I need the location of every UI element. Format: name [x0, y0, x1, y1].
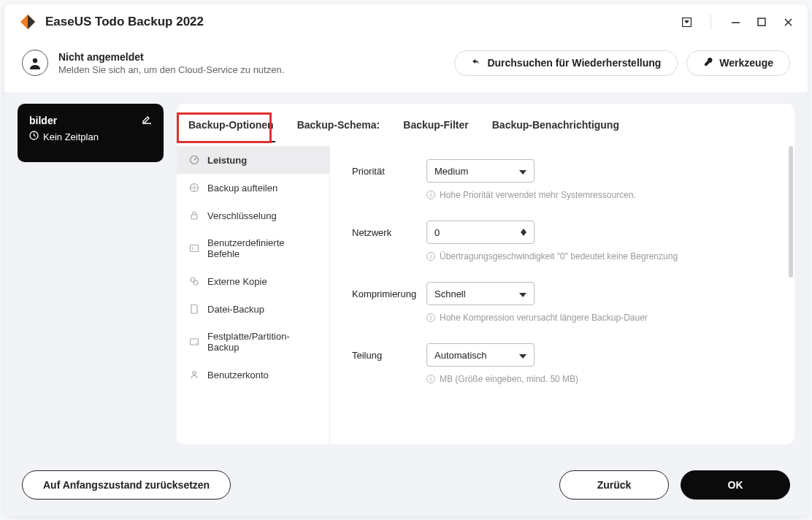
titlebar-separator — [710, 15, 711, 29]
footer: Auf Anfangszustand zurücksetzen Zurück O… — [4, 457, 808, 516]
app-title: EaseUS Todo Backup 2022 — [45, 15, 681, 29]
compression-label: Komprimierung — [352, 288, 426, 299]
svg-marker-3 — [684, 20, 689, 23]
side-item-performance[interactable]: Leistung — [177, 146, 329, 174]
reset-button[interactable]: Auf Anfangszustand zurücksetzen — [22, 470, 231, 500]
task-schedule-text: Kein Zeitplan — [43, 131, 99, 142]
chevron-down-icon — [519, 166, 526, 177]
svg-marker-21 — [521, 232, 526, 236]
tab-backup-options[interactable]: Backup-Optionen — [187, 117, 275, 142]
wrench-icon — [703, 57, 713, 69]
svg-point-17 — [196, 343, 197, 344]
avatar[interactable] — [22, 50, 48, 76]
app-logo-icon — [19, 13, 37, 31]
side-item-custom-commands[interactable]: Benutzerdefinierte Befehle — [177, 229, 329, 267]
splitting-label: Teilung — [352, 350, 426, 361]
file-icon — [188, 303, 200, 315]
svg-rect-12 — [191, 215, 197, 219]
info-icon: i — [426, 191, 435, 199]
compression-dropdown[interactable]: Schnell — [426, 282, 535, 305]
side-item-user-account[interactable]: Benutzerkonto — [177, 361, 329, 389]
link-icon — [188, 275, 200, 287]
svg-rect-16 — [191, 339, 199, 345]
scrollbar-thumb[interactable] — [789, 146, 793, 278]
priority-hint: i Hohe Priorität verwendet mehr Systemre… — [426, 190, 773, 200]
tabs-bar: Backup-Optionen Backup-Schema: Backup-Fi… — [177, 104, 794, 143]
undo-icon — [471, 57, 481, 69]
splitting-dropdown[interactable]: Automatisch — [426, 343, 535, 367]
disk-icon — [188, 336, 200, 348]
backup-task-card[interactable]: bilder Kein Zeitplan — [18, 104, 164, 162]
form-area: Priorität Medium i Hohe Priorität verwen… — [330, 143, 794, 444]
chevron-down-icon — [519, 350, 526, 361]
maximize-icon[interactable] — [757, 17, 767, 27]
chevron-down-icon — [519, 288, 526, 299]
priority-dropdown[interactable]: Medium — [426, 159, 535, 183]
split-icon — [188, 182, 200, 194]
gauge-icon — [188, 154, 200, 166]
user-hint: Melden Sie sich an, um den Cloud-Service… — [58, 64, 445, 75]
svg-point-8 — [33, 58, 37, 63]
side-item-offsite-copy[interactable]: Externe Kopie — [177, 267, 329, 295]
tab-backup-schema[interactable]: Backup-Schema: — [296, 117, 382, 142]
side-item-split[interactable]: Backup aufteilen — [177, 174, 329, 202]
info-icon: i — [426, 313, 435, 322]
user-status: Nicht angemeldet — [58, 51, 445, 63]
compression-hint: i Hohe Kompression verursacht längere Ba… — [426, 313, 773, 323]
close-icon[interactable] — [783, 17, 793, 27]
info-icon: i — [426, 375, 435, 383]
svg-marker-22 — [519, 293, 526, 297]
minimize-icon[interactable] — [730, 17, 740, 27]
network-label: Netzwerk — [352, 227, 426, 238]
svg-point-15 — [194, 280, 198, 285]
side-item-disk-backup[interactable]: Festplatte/Partition-Backup — [177, 323, 329, 361]
svg-marker-1 — [28, 15, 35, 29]
svg-point-18 — [193, 372, 196, 375]
svg-rect-13 — [191, 245, 199, 252]
main-panel: Backup-Optionen Backup-Schema: Backup-Fi… — [177, 104, 794, 444]
svg-marker-19 — [519, 170, 526, 175]
network-hint: i Übertragungsgeschwindigkeit "0" bedeut… — [426, 251, 773, 261]
clock-icon — [29, 131, 39, 142]
options-side-list: Leistung Backup aufteilen Verschlüsselun… — [177, 143, 330, 444]
back-button[interactable]: Zurück — [559, 470, 669, 500]
side-item-file-backup[interactable]: Datei-Backup — [177, 295, 329, 323]
priority-label: Priorität — [352, 166, 426, 177]
spinner-icon — [521, 229, 526, 236]
svg-marker-23 — [519, 354, 526, 359]
network-spinner[interactable]: 0 — [426, 221, 535, 244]
side-item-encryption[interactable]: Verschlüsselung — [177, 202, 329, 229]
task-name: bilder — [29, 115, 57, 126]
edit-icon[interactable] — [142, 114, 152, 126]
titlebar: EaseUS Todo Backup 2022 — [4, 4, 808, 39]
user-icon — [188, 369, 200, 381]
tools-button[interactable]: Werkzeuge — [686, 50, 790, 76]
header-row: Nicht angemeldet Melden Sie sich an, um … — [4, 39, 808, 92]
lock-icon — [188, 210, 200, 221]
overflow-menu-icon[interactable] — [681, 17, 692, 27]
terminal-icon — [188, 242, 200, 254]
info-icon: i — [426, 252, 435, 261]
ok-button[interactable]: OK — [681, 470, 790, 500]
tab-backup-notification[interactable]: Backup-Benachrichtigung — [491, 117, 621, 142]
svg-rect-5 — [758, 18, 765, 26]
splitting-hint: i MB (Größe eingeben, mind. 50 MB) — [426, 374, 773, 384]
browse-recovery-button[interactable]: Durchsuchen für Wiederherstellung — [454, 50, 678, 76]
tab-backup-filter[interactable]: Backup-Filter — [402, 117, 470, 142]
